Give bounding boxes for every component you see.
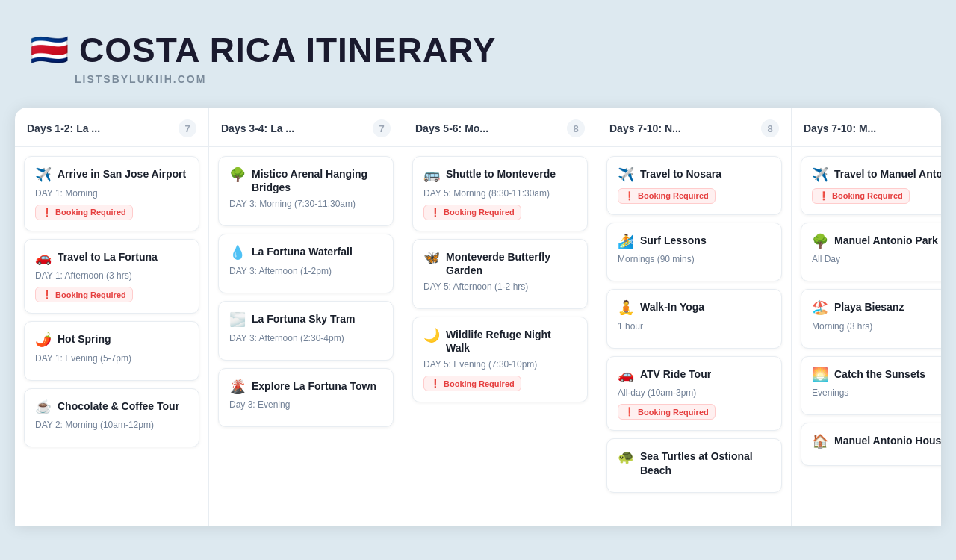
card-emoji-icon: 🌳: [812, 234, 828, 250]
card[interactable]: ✈️Arrive in San Jose AirportDAY 1: Morni…: [24, 156, 199, 231]
column-title: Days 1-2: La ...: [27, 122, 100, 134]
card-title-row: 🏠Manuel Antonio Housing: [812, 434, 941, 450]
card[interactable]: 🚌Shuttle to MonteverdeDAY 5: Morning (8:…: [412, 156, 588, 231]
card-title-row: ✈️Travel to Nosara: [618, 167, 771, 184]
card-title: Chocolate & Coffee Tour: [58, 399, 179, 413]
booking-label: Booking Required: [444, 379, 515, 388]
card-emoji-icon: 🌫️: [229, 312, 246, 329]
card-title: Explore La Fortuna Town: [252, 379, 376, 393]
card-time: DAY 3: Afternoon (2:30-4pm): [229, 333, 382, 343]
card[interactable]: 🌳Manuel Antonio ParkAll Day: [801, 223, 941, 282]
card-title-row: ✈️Arrive in San Jose Airport: [35, 167, 188, 184]
column-count: 8: [567, 119, 585, 137]
card-title-row: 🌙Wildlife Refuge Night Walk: [423, 328, 577, 355]
card[interactable]: 🏖️Playa BiesanzMorning (3 hrs): [801, 289, 941, 349]
card-time: All Day: [812, 254, 941, 264]
column-cards: 🌳Mistico Arenal Hanging BridgesDAY 3: Mo…: [209, 147, 403, 436]
card-title: Sea Turtles at Ostional Beach: [640, 449, 771, 476]
booking-label: Booking Required: [55, 290, 126, 299]
card[interactable]: 🦋Monteverde Butterfly GardenDAY 5: After…: [412, 239, 588, 309]
card-time: All-day (10am-3pm): [618, 388, 771, 398]
column-count: 7: [373, 119, 391, 137]
card-title: Catch the Sunsets: [834, 367, 925, 381]
card[interactable]: 🧘Walk-In Yoga1 hour: [606, 289, 782, 349]
booking-required-badge: ❗Booking Required: [812, 188, 910, 204]
card[interactable]: 💧La Fortuna WaterfallDAY 3: Afternoon (1…: [218, 234, 394, 293]
column-cards: ✈️Arrive in San Jose AirportDAY 1: Morni…: [15, 147, 208, 456]
booking-required-badge: ❗Booking Required: [423, 376, 521, 391]
card-emoji-icon: 🌋: [229, 379, 246, 396]
card-title-row: 🐢Sea Turtles at Ostional Beach: [618, 449, 771, 476]
card-title: Walk-In Yoga: [640, 300, 704, 314]
card-title-row: ✈️Travel to Manuel Antonio: [812, 167, 941, 184]
card-time: Morning (3 hrs): [812, 321, 941, 332]
card[interactable]: ✈️Travel to Nosara❗Booking Required: [606, 156, 782, 215]
card-title: La Fortuna Waterfall: [252, 245, 353, 258]
card-emoji-icon: 🌙: [423, 328, 440, 344]
card[interactable]: 🌫️La Fortuna Sky TramDAY 3: Afternoon (2…: [218, 301, 394, 361]
card[interactable]: 🐢Sea Turtles at Ostional Beach: [606, 438, 782, 492]
card-title-row: 🌅Catch the Sunsets: [812, 367, 941, 384]
card[interactable]: 🏄Surf LessonsMornings (90 mins): [606, 223, 782, 282]
card[interactable]: 🚗Travel to La FortunaDAY 1: Afternoon (3…: [24, 239, 199, 314]
card-title-row: 🧘Walk-In Yoga: [618, 300, 771, 317]
column-col5: Days 7-10: M...5✈️Travel to Manuel Anton…: [792, 108, 941, 526]
card[interactable]: 🌶️Hot SpringDAY 1: Evening (5-7pm): [24, 321, 199, 381]
card-title-row: 💧La Fortuna Waterfall: [229, 245, 382, 261]
card-emoji-icon: 🌳: [229, 167, 246, 184]
card-time: Day 3: Evening: [229, 399, 382, 410]
card-title: Travel to La Fortuna: [58, 250, 158, 264]
card-title-row: 🌶️Hot Spring: [35, 332, 188, 349]
page-title: COSTA RICA ITINERARY: [79, 30, 496, 70]
card[interactable]: 🌋Explore La Fortuna TownDay 3: Evening: [218, 368, 394, 428]
card-emoji-icon: 🧘: [618, 300, 634, 317]
page-header: 🇨🇷 COSTA RICA ITINERARY LISTSBYLUKIIH.CO…: [0, 15, 956, 108]
booking-label: Booking Required: [444, 208, 515, 217]
card[interactable]: 🌙Wildlife Refuge Night WalkDAY 5: Evenin…: [412, 317, 588, 402]
card[interactable]: 🏠Manuel Antonio Housing: [801, 423, 941, 466]
card-title-row: 🌳Manuel Antonio Park: [812, 234, 941, 250]
booking-required-badge: ❗Booking Required: [35, 287, 133, 302]
booking-label: Booking Required: [55, 208, 126, 217]
card-time: DAY 1: Evening (5-7pm): [35, 353, 188, 364]
card-emoji-icon: ✈️: [35, 167, 52, 184]
exclaim-icon: ❗: [624, 191, 635, 201]
booking-label: Booking Required: [832, 191, 903, 200]
card-title-row: 🌳Mistico Arenal Hanging Bridges: [229, 167, 382, 194]
exclaim-icon: ❗: [819, 191, 829, 201]
card-title: Playa Biesanz: [834, 300, 904, 314]
column-col1: Days 1-2: La ...7✈️Arrive in San Jose Ai…: [15, 108, 209, 526]
column-col3: Days 5-6: Mo...8🚌Shuttle to MonteverdeDA…: [403, 108, 598, 526]
booking-required-badge: ❗Booking Required: [423, 205, 521, 220]
card[interactable]: ✈️Travel to Manuel Antonio❗Booking Requi…: [801, 156, 941, 215]
booking-required-badge: ❗Booking Required: [35, 205, 133, 220]
exclaim-icon: ❗: [430, 379, 441, 388]
card-time: DAY 3: Afternoon (1-2pm): [229, 266, 382, 276]
card-time: DAY 2: Morning (10am-12pm): [35, 420, 188, 430]
title-row: 🇨🇷 COSTA RICA ITINERARY: [30, 30, 926, 70]
column-cards: 🚌Shuttle to MonteverdeDAY 5: Morning (8:…: [403, 147, 597, 411]
card-emoji-icon: 🌅: [812, 367, 828, 384]
card-title: Travel to Manuel Antonio: [834, 167, 941, 181]
card-time: DAY 3: Morning (7:30-11:30am): [229, 199, 382, 209]
card-title-row: ☕Chocolate & Coffee Tour: [35, 399, 188, 416]
card[interactable]: 🌳Mistico Arenal Hanging BridgesDAY 3: Mo…: [218, 156, 394, 226]
card[interactable]: 🌅Catch the SunsetsEvenings: [801, 356, 941, 416]
exclaim-icon: ❗: [624, 407, 635, 417]
card-time: DAY 5: Afternoon (1-2 hrs): [423, 281, 577, 292]
exclaim-icon: ❗: [42, 290, 52, 299]
column-header-col3: Days 5-6: Mo...8: [403, 108, 597, 147]
booking-required-badge: ❗Booking Required: [618, 188, 716, 204]
card-emoji-icon: 🏄: [618, 234, 634, 250]
card-emoji-icon: 🏠: [812, 434, 828, 450]
card-title: Manuel Antonio Housing: [834, 434, 941, 447]
card-title-row: 🚗ATV Ride Tour: [618, 367, 771, 384]
card-title: Surf Lessons: [640, 234, 707, 247]
card[interactable]: 🚗ATV Ride TourAll-day (10am-3pm)❗Booking…: [606, 356, 782, 432]
card-emoji-icon: 🚗: [35, 250, 52, 267]
column-col2: Days 3-4: La ...7🌳Mistico Arenal Hanging…: [209, 108, 403, 526]
card[interactable]: ☕Chocolate & Coffee TourDAY 2: Morning (…: [24, 388, 199, 448]
card-title: Manuel Antonio Park: [834, 234, 938, 247]
card-time: Mornings (90 mins): [618, 254, 771, 264]
flag-icon: 🇨🇷: [30, 34, 69, 66]
